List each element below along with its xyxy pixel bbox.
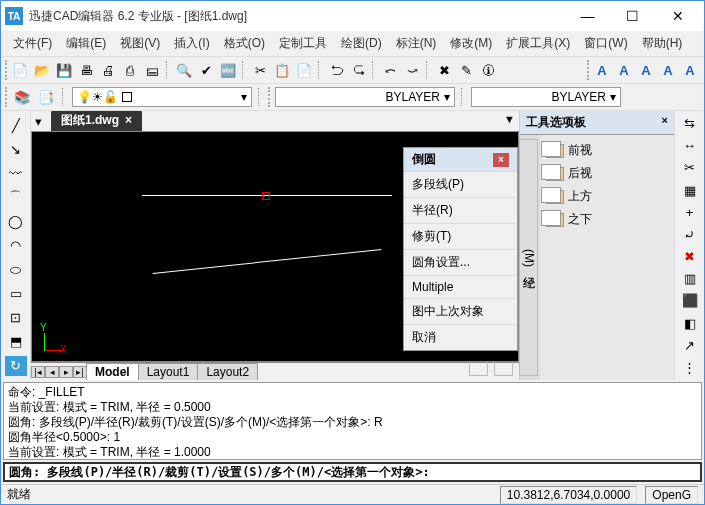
ctx-trim[interactable]: 修剪(T) [404, 223, 517, 249]
rect-tool-icon[interactable]: ▭ [5, 284, 27, 304]
explode-icon[interactable]: ↗ [680, 337, 700, 354]
palette-item-bottom[interactable]: 之下 [544, 208, 670, 231]
text-style-a1-icon[interactable]: A [592, 60, 612, 80]
refresh-tool-icon[interactable]: ↻ [5, 356, 27, 376]
drawing-canvas[interactable]: Y X 倒圆 × 多段线(P) 半径(R) 修剪(T) 圆角设置... Mult… [31, 131, 519, 362]
toolbar-grip-4[interactable] [268, 87, 271, 107]
back-icon[interactable]: ⤺ [380, 60, 400, 80]
text-style-a3-icon[interactable]: A [636, 60, 656, 80]
menu-extend-tools[interactable]: 扩展工具(X) [500, 33, 576, 54]
close-button[interactable]: ✕ [655, 2, 700, 30]
menu-file[interactable]: 文件(F) [7, 33, 58, 54]
block-tool-icon[interactable]: ⊡ [5, 308, 27, 328]
arc2-tool-icon[interactable]: ◠ [5, 235, 27, 255]
paste-icon[interactable]: 📄 [294, 60, 314, 80]
layout-tab-layout1[interactable]: Layout1 [138, 363, 199, 381]
edit-icon[interactable]: ✎ [456, 60, 476, 80]
line-tool-icon[interactable]: ╱ [5, 115, 27, 135]
trim-icon[interactable]: ✂ [680, 159, 700, 176]
layout-nav-last[interactable]: ▸| [73, 366, 87, 378]
maximize-button[interactable]: ☐ [610, 2, 655, 30]
solid-icon[interactable]: ⬛ [680, 292, 700, 309]
array-icon[interactable]: ▦ [680, 182, 700, 199]
undo-icon[interactable]: ⮌ [326, 60, 346, 80]
layout-tab-model[interactable]: Model [86, 363, 139, 381]
save-icon[interactable]: 💾 [54, 60, 74, 80]
ctx-polyline[interactable]: 多段线(P) [404, 171, 517, 197]
open-icon[interactable]: 📂 [32, 60, 52, 80]
spell-icon[interactable]: ✔ [196, 60, 216, 80]
more-icon[interactable]: ⋮ [680, 359, 700, 376]
polyline-tool-icon[interactable]: 〰 [5, 163, 27, 183]
layout-nav-next[interactable]: ▸ [59, 366, 73, 378]
arc-tool-icon[interactable]: ⌒ [5, 187, 27, 207]
file-tab[interactable]: 图纸1.dwg× [51, 111, 142, 131]
circle-tool-icon[interactable]: ◯ [5, 211, 27, 231]
menu-custom-tools[interactable]: 定制工具 [273, 33, 333, 54]
menu-view[interactable]: 视图(V) [114, 33, 166, 54]
linetype-dropdown[interactable]: BYLAYER ▾ [275, 87, 455, 107]
menu-insert[interactable]: 插入(I) [168, 33, 215, 54]
layout-nav-first[interactable]: |◂ [31, 366, 45, 378]
print-icon[interactable]: 🖶 [76, 60, 96, 80]
text-style-a2-icon[interactable]: A [614, 60, 634, 80]
plot-icon[interactable]: ⎙ [120, 60, 140, 80]
layer-manager-icon[interactable]: 📚 [12, 87, 32, 107]
tool-palette-header[interactable]: 工具选项板× [520, 111, 674, 135]
layer-dropdown[interactable]: 💡 ☀ 🔓 ▾ [72, 87, 252, 107]
redo-icon[interactable]: ⮎ [348, 60, 368, 80]
palette-item-top[interactable]: 上方 [544, 185, 670, 208]
context-menu-close-icon[interactable]: × [493, 153, 509, 167]
palette-item-front[interactable]: 前视 [544, 139, 670, 162]
close-tab-icon[interactable]: × [125, 113, 132, 127]
find-icon[interactable]: 🔍 [174, 60, 194, 80]
info-icon[interactable]: 🛈 [478, 60, 498, 80]
xline-tool-icon[interactable]: ↘ [5, 139, 27, 159]
layer-states-icon[interactable]: 📑 [36, 87, 56, 107]
palette-item-back[interactable]: 后视 [544, 162, 670, 185]
ellipse-tool-icon[interactable]: ⬭ [5, 260, 27, 280]
hatch-tool-icon[interactable]: ⬒ [5, 332, 27, 352]
print2-icon[interactable]: 🖨 [98, 60, 118, 80]
toolbar-grip[interactable] [5, 60, 8, 80]
tab-list-icon[interactable]: ▾ [35, 114, 42, 129]
command-history[interactable]: 命令: _FILLET 当前设置: 模式 = TRIM, 半径 = 0.5000… [3, 382, 702, 460]
delete-icon[interactable]: ✖ [434, 60, 454, 80]
menu-edit[interactable]: 编辑(E) [60, 33, 112, 54]
ctx-multiple[interactable]: Multiple [404, 275, 517, 298]
rotate-icon[interactable]: ⤾ [680, 226, 700, 243]
layout-nav-prev[interactable]: ◂ [45, 366, 59, 378]
device-icon[interactable]: 🖴 [142, 60, 162, 80]
ctx-last-object[interactable]: 图中上次对象 [404, 298, 517, 324]
add-icon[interactable]: + [680, 204, 700, 221]
command-input[interactable]: 圆角: 多段线(P)/半径(R)/裁剪(T)/设置(S)/多个(M)/<选择第一… [3, 462, 702, 482]
cut-icon[interactable]: ✂ [250, 60, 270, 80]
ctx-radius[interactable]: 半径(R) [404, 197, 517, 223]
palette-close-icon[interactable]: × [662, 114, 668, 131]
menu-dimension[interactable]: 标注(N) [390, 33, 443, 54]
tab-dropdown-icon[interactable]: ▼ [504, 113, 515, 125]
text-icon[interactable]: 🔤 [218, 60, 238, 80]
forward-icon[interactable]: ⤻ [402, 60, 422, 80]
new-icon[interactable]: 📄 [10, 60, 30, 80]
toolbar-grip-2[interactable] [587, 60, 590, 80]
menu-window[interactable]: 窗口(W) [578, 33, 633, 54]
text-style-a4-icon[interactable]: A [658, 60, 678, 80]
minimize-button[interactable]: — [565, 2, 610, 30]
move-icon[interactable]: ⇆ [680, 115, 700, 132]
ctx-cancel[interactable]: 取消 [404, 324, 517, 350]
text-style-a5-icon[interactable]: A [680, 60, 700, 80]
ctx-fillet-settings[interactable]: 圆角设置... [404, 249, 517, 275]
half-icon[interactable]: ◧ [680, 315, 700, 332]
stretch-icon[interactable]: ↔ [680, 137, 700, 154]
toolbar-grip-3[interactable] [5, 87, 8, 107]
copy-icon[interactable]: 📋 [272, 60, 292, 80]
lineweight-dropdown[interactable]: BYLAYER ▾ [471, 87, 621, 107]
group-icon[interactable]: ▥ [680, 270, 700, 287]
menu-draw[interactable]: 绘图(D) [335, 33, 388, 54]
menu-format[interactable]: 格式(O) [218, 33, 271, 54]
menu-modify[interactable]: 修改(M) [444, 33, 498, 54]
menu-help[interactable]: 帮助(H) [636, 33, 689, 54]
palette-tab-m[interactable]: (M)经纪 [519, 139, 538, 376]
erase-icon[interactable]: ✖ [680, 248, 700, 265]
